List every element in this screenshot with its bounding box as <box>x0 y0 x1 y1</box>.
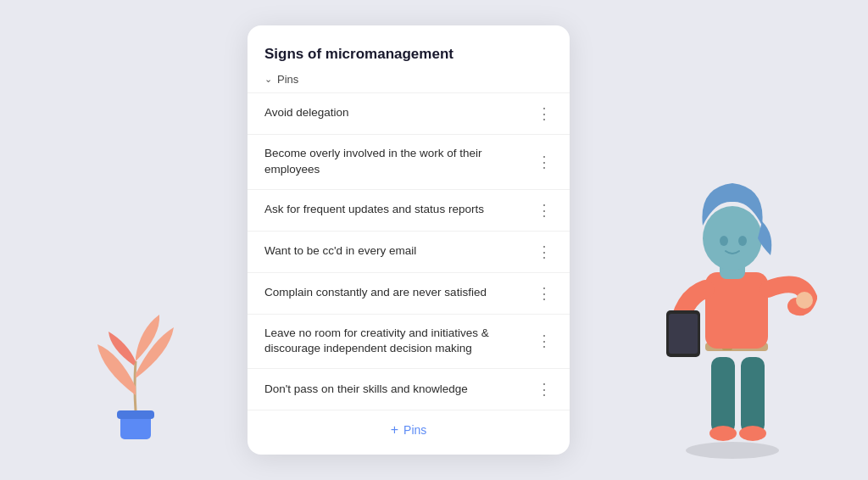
more-options-icon[interactable]: ⋮ <box>537 243 553 261</box>
more-options-icon[interactable]: ⋮ <box>537 104 553 123</box>
pins-label: Pins <box>277 73 298 86</box>
add-pins-button[interactable]: + Pins <box>248 410 570 441</box>
items-list: Avoid delegation⋮Become overly involved … <box>248 92 570 410</box>
svg-point-12 <box>796 292 813 309</box>
more-options-icon[interactable]: ⋮ <box>537 332 553 350</box>
svg-rect-9 <box>705 272 768 349</box>
list-item[interactable]: Ask for frequent updates and status repo… <box>248 189 570 231</box>
svg-point-5 <box>709 426 737 441</box>
card: Signs of micromanagement ⌄ Pins Avoid de… <box>248 25 570 455</box>
card-title: Signs of micromanagement <box>248 46 570 70</box>
more-options-icon[interactable]: ⋮ <box>537 153 553 171</box>
item-text: Don't pass on their skills and knowledge <box>264 382 537 398</box>
person-illustration <box>631 141 817 463</box>
list-item[interactable]: Become overly involved in the work of th… <box>248 134 570 189</box>
add-pins-label: Pins <box>403 423 426 437</box>
item-text: Become overly involved in the work of th… <box>264 146 537 178</box>
list-item[interactable]: Want to be cc'd in every email⋮ <box>248 231 570 272</box>
list-item[interactable]: Complain constantly and are never satisf… <box>248 272 570 314</box>
item-text: Avoid delegation <box>264 105 537 121</box>
svg-rect-3 <box>711 357 735 433</box>
plant-illustration <box>85 276 186 446</box>
svg-point-6 <box>739 426 766 441</box>
more-options-icon[interactable]: ⋮ <box>537 380 553 399</box>
list-item[interactable]: Avoid delegation⋮ <box>248 92 570 134</box>
svg-rect-4 <box>741 357 765 433</box>
more-options-icon[interactable]: ⋮ <box>537 284 553 303</box>
scene: Signs of micromanagement ⌄ Pins Avoid de… <box>0 0 868 480</box>
item-text: Leave no room for creativity and initiat… <box>264 326 537 358</box>
item-text: Ask for frequent updates and status repo… <box>264 202 537 218</box>
svg-rect-1 <box>117 410 154 419</box>
item-text: Complain constantly and are never satisf… <box>264 285 537 301</box>
svg-point-14 <box>703 206 762 271</box>
svg-rect-11 <box>669 314 698 354</box>
list-item[interactable]: Leave no room for creativity and initiat… <box>248 314 570 369</box>
svg-point-16 <box>738 236 747 246</box>
list-item[interactable]: Don't pass on their skills and knowledge… <box>248 368 570 410</box>
item-text: Want to be cc'd in every email <box>264 243 537 260</box>
more-options-icon[interactable]: ⋮ <box>537 201 553 220</box>
plus-icon: + <box>391 422 398 438</box>
chevron-icon: ⌄ <box>264 74 272 85</box>
svg-point-2 <box>686 442 779 459</box>
svg-point-15 <box>720 236 728 246</box>
pins-section-header[interactable]: ⌄ Pins <box>248 70 570 92</box>
